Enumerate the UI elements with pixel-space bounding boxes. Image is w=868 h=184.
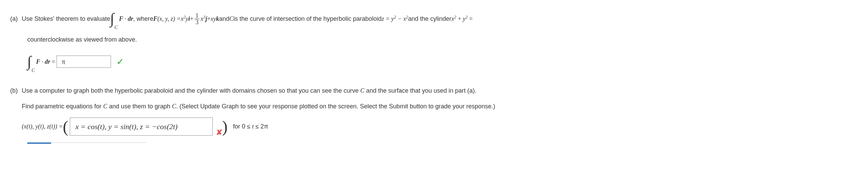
part-b-line1: Use a computer to graph both the hyperbo…: [22, 86, 858, 96]
integral-sub-2: C: [32, 67, 35, 74]
part-a: (a) Use Stokes' theorem to evaluate ∫C F…: [10, 7, 858, 74]
k-vec: k: [216, 14, 219, 24]
part-a-label: (a): [10, 14, 18, 24]
part-b: (b) Use a computer to graph both the hyp…: [10, 86, 858, 145]
integral-symbol: ∫C: [110, 7, 114, 31]
right-paren: ): [222, 119, 228, 135]
answer-lhs: F · dr =: [36, 57, 55, 67]
answer-b-value: x = cos(t), y = sin(t), z = −cos(2t): [76, 121, 178, 133]
param-lhs: (x(t), y(t), z(t)) =: [22, 122, 63, 132]
part-b-header: (b) Use a computer to graph both the hyp…: [10, 86, 858, 136]
part-b-line2: Find parametric equations for C and use …: [22, 102, 858, 111]
term1: x2y: [181, 14, 188, 24]
part-b-eqn-row: (x(t), y(t), z(t)) = ( x = cos(t), y = s…: [22, 118, 858, 136]
part-a-line1: (a) Use Stokes' theorem to evaluate ∫C F…: [10, 7, 858, 31]
answer-input-b[interactable]: x = cos(t), y = sin(t), z = −cos(2t): [70, 118, 213, 136]
fraction: 1 3: [194, 13, 199, 25]
cross-icon: ✘: [216, 126, 222, 138]
integral-symbol-2: ∫C: [27, 50, 31, 74]
text4: is the curve of intersection of the hype…: [234, 14, 382, 24]
frac-den: 3: [194, 19, 199, 25]
check-icon: ✓: [116, 55, 124, 69]
plus1: +: [190, 14, 193, 24]
part-a-text1: Use Stokes' theorem to evaluate: [22, 14, 110, 24]
cylinder: x2 + y2 =: [451, 14, 472, 24]
answer-a-value: π: [62, 56, 65, 67]
integral-sub: C: [114, 24, 117, 31]
part-a-answer-row: ∫C F · dr = π ✓: [27, 50, 858, 74]
answer-input-a[interactable]: π: [57, 56, 111, 68]
bottom-bar: [27, 142, 146, 144]
term3: xy: [211, 14, 216, 24]
domain-text: for 0 ≤ t ≤ 2π: [233, 122, 268, 132]
part-a-line2: counterclockwise as viewed from above.: [27, 35, 858, 45]
F-symbol: F: [153, 14, 157, 24]
term2: x3: [200, 14, 205, 24]
frac-num: 1: [194, 13, 199, 19]
integrand-F: F · dr: [119, 14, 133, 24]
left-paren: (: [63, 119, 68, 135]
C-symbol: C: [229, 14, 234, 24]
text5: and the cylinder: [408, 14, 451, 24]
and-text: and: [219, 14, 229, 24]
part-b-label: (b): [10, 86, 18, 96]
plus2: +: [207, 14, 211, 24]
part-a-text2: , where: [133, 14, 153, 24]
F-args: (x, y, z) =: [157, 14, 181, 24]
surface1: z = y2 − x2: [382, 14, 408, 24]
